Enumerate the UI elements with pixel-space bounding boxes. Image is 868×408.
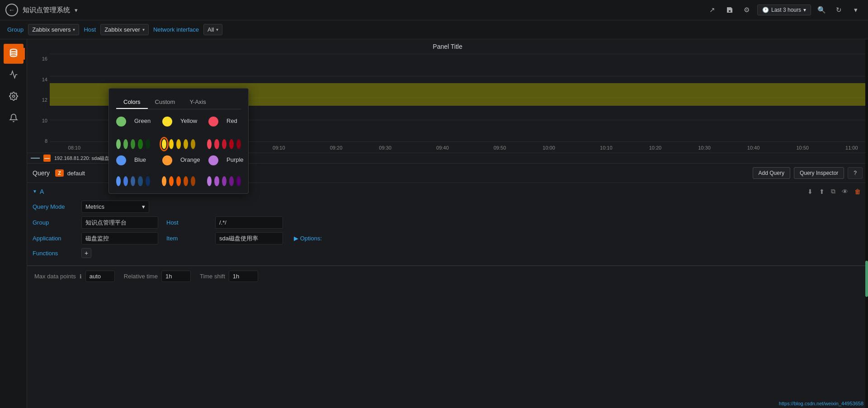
x-label-1000: 10:00	[542, 145, 555, 150]
orange-main-swatch[interactable]	[162, 155, 172, 165]
back-icon: ←	[9, 6, 15, 14]
y-label-16: 16	[29, 56, 47, 61]
blue-shade-3[interactable]	[131, 176, 135, 186]
cp-tab-colors[interactable]: Colors	[116, 96, 148, 109]
functions-row: Functions +	[33, 248, 863, 258]
orange-shade-4[interactable]	[184, 176, 188, 186]
sidebar-item-chart[interactable]	[4, 66, 24, 85]
time-range-label: Last 3 hours	[771, 7, 801, 13]
cp-tab-yaxis[interactable]: Y-Axis	[182, 96, 213, 109]
network-select[interactable]: All ▾	[203, 24, 222, 35]
host-select[interactable]: Zabbix server ▾	[100, 24, 149, 35]
orange-shade-1[interactable]	[162, 176, 166, 186]
blue-shade-4[interactable]	[138, 176, 142, 186]
blue-shade-2[interactable]	[123, 176, 128, 186]
purple-shade-5[interactable]	[236, 176, 241, 186]
yellow-shade-3[interactable]	[176, 139, 181, 149]
orange-shade-5[interactable]	[191, 176, 195, 186]
info-icon[interactable]: ℹ	[80, 273, 82, 280]
group-select[interactable]: Zabbix servers ▾	[28, 24, 79, 35]
group-label: Group	[7, 26, 24, 33]
cp-tab-custom[interactable]: Custom	[148, 96, 183, 109]
item-field-label: Item	[166, 235, 212, 242]
move-down-icon[interactable]: ⬇	[806, 187, 815, 196]
top-bar-right: ↗ ⚙ 🕐 Last 3 hours ▾ 🔍 ↻ ▾	[706, 3, 863, 17]
panel-title-bar: Panel Title	[27, 39, 868, 54]
green-shade-1[interactable]	[116, 139, 121, 149]
scrollbar[interactable]	[865, 39, 868, 408]
red-shade-5[interactable]	[236, 139, 241, 149]
time-range-picker[interactable]: 🕐 Last 3 hours ▾	[757, 5, 811, 15]
share-button[interactable]: ↗	[706, 3, 719, 17]
add-query-button[interactable]: Add Query	[753, 167, 790, 179]
application-field-input[interactable]	[81, 232, 158, 244]
purple-shade-3[interactable]	[222, 176, 226, 186]
purple-main-swatch[interactable]	[208, 155, 218, 165]
red-shade-2[interactable]	[214, 139, 219, 149]
yellow-shade-1[interactable]	[162, 139, 166, 149]
purple-shade-1[interactable]	[207, 176, 212, 186]
time-shift-input[interactable]	[229, 271, 258, 282]
color-picker-popup: Colors Custom Y-Axis Green Yellow Red	[108, 88, 249, 194]
visibility-icon[interactable]: 👁	[840, 187, 850, 196]
yellow-shade-4[interactable]	[184, 139, 188, 149]
panel-title: Panel Title	[433, 43, 462, 50]
query-mode-select[interactable]: Metrics ▾	[81, 201, 149, 213]
legend-remove-button[interactable]: —	[43, 155, 51, 162]
query-inspector-button[interactable]: Query Inspector	[794, 167, 844, 179]
url-text: https://blog.csdn.net/weixin_44953658	[779, 401, 863, 406]
item-field-input[interactable]	[215, 232, 283, 244]
host-field-input[interactable]	[215, 216, 283, 229]
blue-main-swatch[interactable]	[116, 155, 126, 165]
purple-shade-2[interactable]	[214, 176, 219, 186]
yellow-shade-2[interactable]	[169, 139, 174, 149]
options-label[interactable]: ▶ Options:	[294, 235, 322, 242]
help-button[interactable]: ?	[848, 167, 863, 179]
sidebar-item-notifications[interactable]	[4, 109, 24, 129]
y-label-12: 12	[29, 97, 47, 103]
red-shade-3[interactable]	[222, 139, 226, 149]
query-toolbar-right: Add Query Query Inspector ?	[753, 167, 863, 179]
relative-time-input[interactable]	[161, 271, 191, 282]
purple-shade-4[interactable]	[229, 176, 234, 186]
red-main-swatch[interactable]	[208, 117, 218, 127]
search-button[interactable]: 🔍	[815, 3, 828, 17]
group-field-input[interactable]	[81, 216, 158, 229]
dropdown-icon[interactable]: ▾	[75, 7, 78, 14]
back-button[interactable]: ←	[5, 4, 18, 16]
x-label-0920: 09:20	[330, 145, 343, 150]
collapse-icon[interactable]: ▼	[33, 189, 37, 194]
blue-shade-5[interactable]	[146, 176, 150, 186]
move-up-icon[interactable]: ⬆	[817, 187, 826, 196]
scrollbar-thumb[interactable]	[865, 261, 868, 297]
x-label-0910: 09:10	[273, 145, 285, 150]
green-shade-5[interactable]	[146, 139, 150, 149]
sidebar-item-database[interactable]	[4, 44, 24, 64]
orange-shade-3[interactable]	[176, 176, 181, 186]
add-function-button[interactable]: +	[81, 248, 91, 258]
legend-line-indicator	[31, 158, 40, 159]
green-shade-3[interactable]	[131, 139, 135, 149]
red-shade-4[interactable]	[229, 139, 234, 149]
more-button[interactable]: ▾	[849, 3, 863, 17]
purple-label: Purple	[226, 156, 245, 163]
orange-shade-2[interactable]	[169, 176, 174, 186]
yellow-shade-5[interactable]	[191, 139, 195, 149]
datasource-badge[interactable]: Z	[55, 169, 64, 177]
x-label-1100: 11:00	[845, 145, 858, 150]
sidebar-item-settings[interactable]	[4, 87, 24, 107]
green-shade-2[interactable]	[123, 139, 128, 149]
bottom-options: Max data points ℹ Relative time Time shi…	[27, 266, 868, 286]
max-data-points-input[interactable]	[85, 271, 115, 282]
save-button[interactable]	[723, 3, 736, 17]
refresh-button[interactable]: ↻	[832, 3, 845, 17]
green-main-swatch[interactable]	[116, 117, 126, 127]
delete-icon[interactable]: 🗑	[853, 187, 863, 196]
blue-shade-1[interactable]	[116, 176, 121, 186]
red-shade-1[interactable]	[207, 139, 212, 149]
duplicate-icon[interactable]: ⧉	[829, 187, 837, 196]
left-sidebar	[0, 39, 27, 408]
yellow-main-swatch[interactable]	[162, 117, 172, 127]
settings-button[interactable]: ⚙	[740, 3, 754, 17]
green-shade-4[interactable]	[138, 139, 142, 149]
